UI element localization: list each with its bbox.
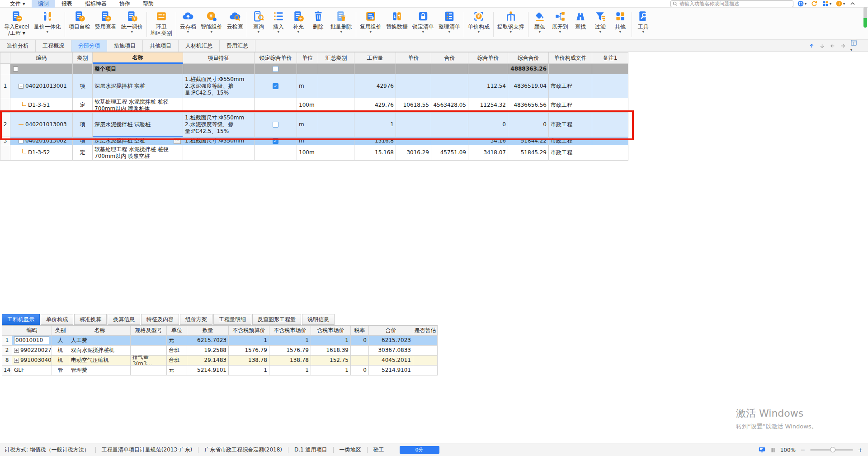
resource-cell-qty[interactable]: 19.2588 bbox=[187, 346, 229, 356]
toolbar-button-self-check[interactable]: ✓项目自检 bbox=[66, 10, 93, 30]
toolbar-button-color[interactable]: 颜色▾ bbox=[530, 10, 550, 34]
table-row[interactable]: −整个项目4888363.26 bbox=[0, 64, 628, 74]
screen-icon[interactable] bbox=[758, 446, 766, 454]
resource-column-header-unit[interactable]: 单位 bbox=[167, 326, 187, 336]
toolbar-button-volume-price[interactable]: 量价一体化▾ bbox=[32, 10, 63, 34]
refresh-icon[interactable] bbox=[811, 0, 818, 7]
resource-cell-cat[interactable]: 管 bbox=[52, 366, 69, 375]
cell-feat[interactable] bbox=[183, 145, 255, 161]
expand-icon[interactable]: + bbox=[14, 348, 19, 353]
resource-cell-tax[interactable] bbox=[351, 356, 369, 366]
cell-ctotal[interactable]: 4888363.26 bbox=[508, 64, 549, 74]
detail-tab-6[interactable]: 组价方案 bbox=[180, 314, 212, 325]
cell-unit[interactable]: m bbox=[297, 137, 318, 145]
cell-note[interactable] bbox=[592, 74, 628, 98]
cell-num[interactable]: 2 bbox=[0, 113, 10, 137]
resource-cell-p3[interactable]: 1618.39 bbox=[311, 346, 351, 356]
table-row[interactable]: 1−040201013001项深层水泥搅拌桩 实桩1.桩截面尺寸:Φ550mm2… bbox=[0, 74, 628, 98]
resource-cell-p1[interactable]: 1 bbox=[229, 366, 269, 375]
column-header-qty[interactable]: 工程量 bbox=[354, 52, 396, 64]
resource-cell-p2[interactable]: 1 bbox=[269, 366, 311, 375]
column-header-ctotal[interactable]: 综合合价 bbox=[508, 52, 549, 64]
resource-cell-code[interactable]: +991003040 bbox=[12, 356, 52, 366]
cell-lock[interactable] bbox=[255, 64, 297, 74]
lock-price-checkbox[interactable] bbox=[273, 66, 278, 72]
edge-scroll-widget[interactable] bbox=[863, 7, 867, 28]
collapse-ribbon-icon[interactable] bbox=[849, 0, 856, 7]
resource-cell-qty[interactable]: 5214.9101 bbox=[187, 366, 229, 375]
menu-item-report[interactable]: 报表 bbox=[55, 0, 79, 8]
resource-cell-num[interactable]: 8 bbox=[2, 356, 12, 366]
resource-cell-p1[interactable]: 1 bbox=[229, 336, 269, 346]
table-row[interactable]: 2040201013003项深层水泥搅拌桩 试验桩1.桩截面尺寸:Φ550mm2… bbox=[0, 113, 628, 137]
detail-tab-3[interactable]: 标准换算 bbox=[74, 314, 107, 325]
cell-name[interactable]: 软基处理工程 水泥搅拌桩 桩径700mm以内 喷浆桩体 bbox=[93, 98, 183, 113]
resource-cell-tax[interactable]: 0 bbox=[351, 366, 369, 375]
zoom-slider[interactable] bbox=[810, 449, 853, 451]
resource-cell-name[interactable]: 人工费 bbox=[69, 336, 131, 346]
cell-sumcat[interactable] bbox=[318, 145, 354, 161]
toolbar-button-import-excel[interactable]: →导入Excel/工程 ▾ bbox=[2, 10, 32, 36]
cell-cat[interactable]: 定 bbox=[73, 145, 93, 161]
resource-column-header-p2[interactable]: 不含税市场价 bbox=[269, 326, 311, 336]
cell-num[interactable] bbox=[0, 145, 10, 161]
cell-name[interactable]: 深层水泥搅拌桩 空桩⋯ bbox=[93, 137, 183, 145]
cell-note[interactable] bbox=[592, 98, 628, 113]
menu-item-edit[interactable]: 编制 bbox=[32, 0, 55, 8]
cell-price[interactable]: 3016.29 bbox=[396, 145, 431, 161]
ellipsis-button[interactable]: ⋯ bbox=[174, 138, 181, 144]
detail-tab-5[interactable]: 特征及内容 bbox=[141, 314, 179, 325]
apps-grid-icon[interactable]: ▾ bbox=[822, 0, 831, 7]
cell-feat[interactable] bbox=[183, 64, 255, 74]
columns-icon[interactable] bbox=[770, 447, 776, 453]
resource-cell-unit[interactable]: 台班 bbox=[167, 356, 187, 366]
arrow-right-icon[interactable] bbox=[840, 43, 846, 49]
cell-qty[interactable]: 429.76 bbox=[354, 98, 396, 113]
cell-num[interactable]: 3 bbox=[0, 137, 10, 145]
cell-unit[interactable]: 100m bbox=[297, 98, 318, 113]
column-header-name[interactable]: 名称 bbox=[93, 52, 183, 64]
cell-total[interactable] bbox=[431, 74, 468, 98]
headset-icon[interactable]: ▾ bbox=[797, 0, 807, 7]
menu-item-index-tool[interactable]: 指标神器 bbox=[79, 0, 113, 8]
toolbar-button-cloud-save[interactable]: 云存档▾ bbox=[178, 10, 198, 34]
resource-cell-p2[interactable]: 138.78 bbox=[269, 356, 311, 366]
cell-cat[interactable]: 项 bbox=[73, 137, 93, 145]
cell-sumcat[interactable] bbox=[318, 74, 354, 98]
toolbar-button-batch-delete[interactable]: 批量删除▾ bbox=[328, 10, 354, 34]
column-header-lock[interactable]: 锁定综合单价 bbox=[255, 52, 297, 64]
expand-collapse-icon[interactable]: − bbox=[19, 84, 24, 89]
table-row[interactable]: 3−040201013002项深层水泥搅拌桩 空桩⋯1.桩截面尺寸:Φ550mm… bbox=[0, 137, 628, 145]
sheet-tab-6[interactable]: 人材机汇总 bbox=[179, 40, 220, 52]
lock-price-checkbox[interactable]: ✓ bbox=[273, 83, 278, 89]
resource-cell-num[interactable]: 1 bbox=[2, 336, 12, 346]
detail-tab-9[interactable]: 说明信息 bbox=[302, 314, 335, 325]
resource-cell-p3[interactable]: 152.75 bbox=[311, 356, 351, 366]
resource-cell-p1[interactable]: 138.78 bbox=[229, 356, 269, 366]
detail-tab-2[interactable]: 单价构成 bbox=[41, 314, 73, 325]
cell-unit[interactable]: m bbox=[297, 113, 318, 137]
cell-ctotal[interactable]: 51844.22 bbox=[508, 137, 549, 145]
cell-cprice[interactable]: 0 bbox=[468, 113, 508, 137]
resource-cell-temp[interactable] bbox=[413, 356, 438, 366]
column-header-code[interactable]: 编码 bbox=[10, 52, 73, 64]
column-header-note[interactable]: 备注1 bbox=[592, 52, 628, 64]
cell-num[interactable]: 1 bbox=[0, 74, 10, 98]
resource-column-header-code[interactable]: 编码 bbox=[12, 326, 52, 336]
resource-cell-p2[interactable]: 1 bbox=[269, 336, 311, 346]
menu-item-file[interactable]: 文件 ▾ bbox=[4, 0, 32, 8]
arrow-up-icon[interactable] bbox=[809, 43, 815, 49]
column-header-sumcat[interactable]: 汇总类别 bbox=[318, 52, 354, 64]
resource-cell-code[interactable]: GLF bbox=[12, 366, 52, 375]
cell-lock[interactable]: ✓ bbox=[255, 137, 297, 145]
column-header-unit[interactable]: 单位 bbox=[297, 52, 318, 64]
toolbar-button-fee-view[interactable]: ÷费用查看 bbox=[93, 10, 119, 30]
cell-total[interactable]: 45751.09 bbox=[431, 145, 468, 161]
cell-cat[interactable]: 定 bbox=[73, 98, 93, 113]
toolbar-button-other[interactable]: 其他▾ bbox=[610, 10, 630, 34]
menu-item-help[interactable]: 帮助 bbox=[137, 0, 160, 8]
cell-name[interactable]: 深层水泥搅拌桩 试验桩 bbox=[93, 113, 183, 137]
column-header-num[interactable] bbox=[0, 52, 10, 64]
resource-row[interactable]: 100010010人人工费元6215.702311106215.7023 bbox=[2, 336, 438, 346]
toolbar-button-filter[interactable]: 过滤▾ bbox=[590, 10, 610, 34]
